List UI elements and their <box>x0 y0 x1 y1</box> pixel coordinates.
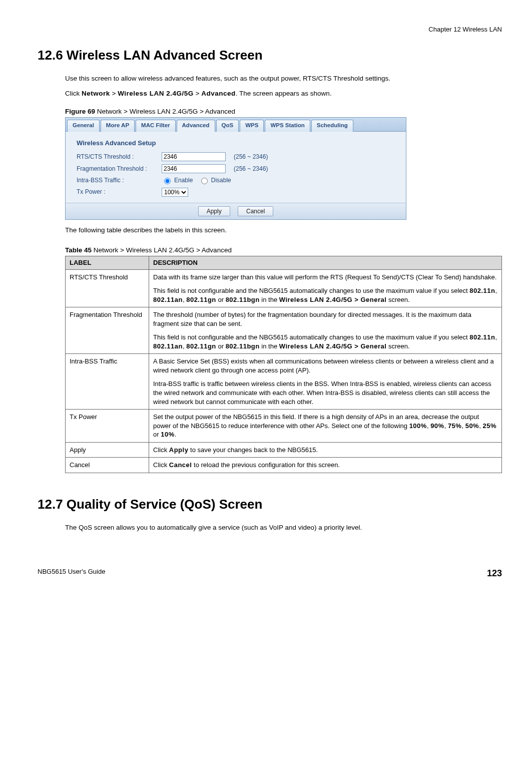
tab-more-ap[interactable]: More AP <box>101 120 135 132</box>
advanced-screenshot: General More AP MAC Filter Advanced QoS … <box>65 117 406 219</box>
th-description: DESCRIPTION <box>149 256 502 269</box>
section-127-heading: 12.7 Quality of Service (QoS) Screen <box>38 496 502 513</box>
tab-qos[interactable]: QoS <box>216 120 239 132</box>
table-row: Cancel Click Cancel to reload the previo… <box>66 458 502 473</box>
txpower-label: Tx Power : <box>77 188 162 196</box>
table-row: Apply Click Apply to save your changes b… <box>66 442 502 458</box>
cell-desc: A Basic Service Set (BSS) exists when al… <box>149 354 502 410</box>
cell-desc: Click Apply to save your changes back to… <box>149 442 502 458</box>
cell-desc: Click Cancel to reload the previous conf… <box>149 458 502 473</box>
section-127-intro: The QoS screen allows you to automatical… <box>65 523 502 532</box>
table-45-caption: Table 45 Network > Wireless LAN 2.4G/5G … <box>65 246 502 255</box>
table-row: Tx Power Set the output power of the NBG… <box>66 410 502 443</box>
intra-enable-text: Enable <box>174 176 193 184</box>
th-label: LABEL <box>66 256 149 269</box>
cell-label: RTS/CTS Threshold <box>66 269 149 307</box>
tab-general[interactable]: General <box>67 120 100 132</box>
frag-input[interactable] <box>162 164 226 173</box>
intra-label: Intra-BSS Traffic : <box>77 176 162 184</box>
cell-label: Fragmentation Threshold <box>66 307 149 354</box>
cell-desc: The threshold (number of bytes) for the … <box>149 307 502 354</box>
figure-69-caption: Figure 69 Network > Wireless LAN 2.4G/5G… <box>65 107 502 116</box>
running-header: Chapter 12 Wireless LAN <box>38 25 502 34</box>
tab-wps-station[interactable]: WPS Station <box>265 120 310 132</box>
table-lead-in: The following table describes the labels… <box>65 226 502 235</box>
cell-desc: Set the output power of the NBG5615 in t… <box>149 410 502 443</box>
tab-advanced[interactable]: Advanced <box>177 120 215 132</box>
cell-label: Cancel <box>66 458 149 473</box>
footer-guide-name: NBG5615 User's Guide <box>38 567 105 579</box>
rts-hint: (256 ~ 2346) <box>234 153 268 161</box>
cell-label: Apply <box>66 442 149 458</box>
table-row: RTS/CTS Threshold Data with its frame si… <box>66 269 502 307</box>
frag-label: Fragmentation Threshold : <box>77 165 162 173</box>
panel-title: Wireless Advanced Setup <box>77 139 397 148</box>
intra-enable-radio[interactable] <box>164 178 171 184</box>
table-row: Fragmentation Threshold The threshold (n… <box>66 307 502 354</box>
footer-page-number: 123 <box>487 567 502 579</box>
table-row: Intra-BSS Traffic A Basic Service Set (B… <box>66 354 502 410</box>
section-126-nav-instruction: Click Network > Wireless LAN 2.4G/5G > A… <box>65 89 502 98</box>
tab-scheduling[interactable]: Scheduling <box>311 120 353 132</box>
rts-input[interactable] <box>162 152 226 161</box>
txpower-select[interactable]: 100% <box>162 188 188 197</box>
tab-mac-filter[interactable]: MAC Filter <box>136 120 176 132</box>
cell-desc: Data with its frame size larger than thi… <box>149 269 502 307</box>
cell-label: Intra-BSS Traffic <box>66 354 149 410</box>
cancel-button[interactable]: Cancel <box>238 206 273 216</box>
section-126-heading: 12.6 Wireless LAN Advanced Screen <box>38 47 502 64</box>
intra-disable-radio[interactable] <box>201 178 208 184</box>
cell-label: Tx Power <box>66 410 149 443</box>
section-126-intro: Use this screen to allow wireless advanc… <box>65 74 502 83</box>
tab-bar: General More AP MAC Filter Advanced QoS … <box>66 118 406 132</box>
rts-label: RTS/CTS Threshold : <box>77 153 162 161</box>
intra-disable-text: Disable <box>211 176 231 184</box>
tab-wps[interactable]: WPS <box>240 120 264 132</box>
frag-hint: (256 ~ 2346) <box>234 165 268 173</box>
table-45: LABEL DESCRIPTION RTS/CTS Threshold Data… <box>65 256 502 473</box>
apply-button[interactable]: Apply <box>198 206 230 216</box>
